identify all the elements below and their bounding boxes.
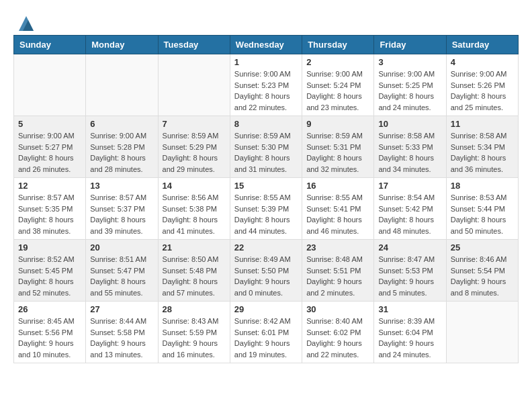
calendar-cell: 22Sunrise: 8:49 AMSunset: 5:50 PMDayligh… bbox=[230, 240, 302, 302]
weekday-header-sunday: Sunday bbox=[14, 36, 86, 54]
day-info: Sunrise: 9:00 AMSunset: 5:27 PMDaylight:… bbox=[18, 130, 81, 175]
day-info: Sunrise: 8:53 AMSunset: 5:44 PMDaylight:… bbox=[451, 192, 514, 236]
calendar-cell: 12Sunrise: 8:57 AMSunset: 5:35 PMDayligh… bbox=[14, 178, 86, 240]
day-number: 8 bbox=[234, 119, 298, 129]
day-info: Sunrise: 9:00 AMSunset: 5:28 PMDaylight:… bbox=[90, 130, 153, 175]
day-number: 6 bbox=[90, 119, 153, 129]
day-info: Sunrise: 8:57 AMSunset: 5:35 PMDaylight:… bbox=[18, 192, 81, 236]
calendar-cell: 21Sunrise: 8:50 AMSunset: 5:48 PMDayligh… bbox=[158, 240, 230, 302]
calendar-cell: 29Sunrise: 8:42 AMSunset: 6:01 PMDayligh… bbox=[230, 302, 302, 363]
calendar-cell: 10Sunrise: 8:58 AMSunset: 5:33 PMDayligh… bbox=[374, 116, 446, 178]
calendar-table: SundayMondayTuesdayWednesdayThursdayFrid… bbox=[13, 35, 519, 363]
day-number: 31 bbox=[378, 304, 441, 314]
day-number: 22 bbox=[234, 242, 298, 253]
calendar-cell: 9Sunrise: 8:59 AMSunset: 5:31 PMDaylight… bbox=[302, 116, 374, 178]
calendar-week-row: 5Sunrise: 9:00 AMSunset: 5:27 PMDaylight… bbox=[14, 116, 519, 178]
day-number: 15 bbox=[234, 181, 298, 191]
day-info: Sunrise: 8:58 AMSunset: 5:33 PMDaylight:… bbox=[378, 130, 441, 175]
day-number: 18 bbox=[451, 181, 514, 191]
calendar-week-row: 19Sunrise: 8:52 AMSunset: 5:45 PMDayligh… bbox=[14, 240, 519, 302]
calendar-cell: 2Sunrise: 9:00 AMSunset: 5:24 PMDaylight… bbox=[302, 54, 374, 116]
day-info: Sunrise: 8:59 AMSunset: 5:31 PMDaylight:… bbox=[306, 130, 369, 175]
weekday-header-wednesday: Wednesday bbox=[230, 36, 302, 54]
day-info: Sunrise: 8:59 AMSunset: 5:30 PMDaylight:… bbox=[234, 130, 298, 175]
day-info: Sunrise: 8:39 AMSunset: 6:04 PMDaylight:… bbox=[378, 316, 441, 360]
day-info: Sunrise: 8:56 AMSunset: 5:38 PMDaylight:… bbox=[163, 192, 226, 236]
weekday-header-monday: Monday bbox=[86, 36, 158, 54]
day-info: Sunrise: 8:59 AMSunset: 5:29 PMDaylight:… bbox=[163, 130, 226, 175]
day-info: Sunrise: 8:58 AMSunset: 5:34 PMDaylight:… bbox=[451, 130, 514, 175]
day-number: 3 bbox=[378, 57, 441, 67]
day-number: 14 bbox=[163, 181, 226, 191]
weekday-header-row: SundayMondayTuesdayWednesdayThursdayFrid… bbox=[14, 36, 519, 54]
day-info: Sunrise: 8:47 AMSunset: 5:53 PMDaylight:… bbox=[378, 254, 441, 298]
day-number: 20 bbox=[90, 242, 153, 253]
calendar-cell: 28Sunrise: 8:43 AMSunset: 5:59 PMDayligh… bbox=[158, 302, 230, 363]
logo bbox=[13, 13, 36, 28]
weekday-header-tuesday: Tuesday bbox=[158, 36, 230, 54]
weekday-header-saturday: Saturday bbox=[446, 36, 518, 54]
day-number: 1 bbox=[234, 57, 298, 67]
day-number: 9 bbox=[306, 119, 369, 129]
page-header bbox=[13, 13, 519, 28]
calendar-cell: 7Sunrise: 8:59 AMSunset: 5:29 PMDaylight… bbox=[158, 116, 230, 178]
calendar-week-row: 26Sunrise: 8:45 AMSunset: 5:56 PMDayligh… bbox=[14, 302, 519, 363]
day-info: Sunrise: 9:00 AMSunset: 5:26 PMDaylight:… bbox=[451, 68, 514, 113]
day-info: Sunrise: 8:55 AMSunset: 5:41 PMDaylight:… bbox=[306, 192, 369, 236]
day-info: Sunrise: 8:51 AMSunset: 5:47 PMDaylight:… bbox=[90, 254, 153, 298]
day-info: Sunrise: 8:40 AMSunset: 6:02 PMDaylight:… bbox=[306, 316, 369, 360]
day-info: Sunrise: 8:49 AMSunset: 5:50 PMDaylight:… bbox=[234, 254, 298, 298]
day-info: Sunrise: 8:52 AMSunset: 5:45 PMDaylight:… bbox=[18, 254, 81, 298]
calendar-cell: 24Sunrise: 8:47 AMSunset: 5:53 PMDayligh… bbox=[374, 240, 446, 302]
calendar-cell bbox=[86, 54, 158, 116]
calendar-cell: 3Sunrise: 9:00 AMSunset: 5:25 PMDaylight… bbox=[374, 54, 446, 116]
day-info: Sunrise: 8:48 AMSunset: 5:51 PMDaylight:… bbox=[306, 254, 369, 298]
calendar-cell: 5Sunrise: 9:00 AMSunset: 5:27 PMDaylight… bbox=[14, 116, 86, 178]
day-info: Sunrise: 8:46 AMSunset: 5:54 PMDaylight:… bbox=[451, 254, 514, 298]
day-info: Sunrise: 8:50 AMSunset: 5:48 PMDaylight:… bbox=[163, 254, 226, 298]
calendar-cell: 20Sunrise: 8:51 AMSunset: 5:47 PMDayligh… bbox=[86, 240, 158, 302]
day-number: 12 bbox=[18, 181, 81, 191]
calendar-cell: 18Sunrise: 8:53 AMSunset: 5:44 PMDayligh… bbox=[446, 178, 518, 240]
day-number: 19 bbox=[18, 242, 81, 253]
calendar-cell: 19Sunrise: 8:52 AMSunset: 5:45 PMDayligh… bbox=[14, 240, 86, 302]
calendar-cell bbox=[158, 54, 230, 116]
calendar-cell: 8Sunrise: 8:59 AMSunset: 5:30 PMDaylight… bbox=[230, 116, 302, 178]
day-info: Sunrise: 9:00 AMSunset: 5:23 PMDaylight:… bbox=[234, 68, 298, 113]
logo-icon bbox=[16, 13, 36, 34]
calendar-cell bbox=[14, 54, 86, 116]
day-number: 23 bbox=[306, 242, 369, 253]
day-number: 7 bbox=[163, 119, 226, 129]
day-info: Sunrise: 8:54 AMSunset: 5:42 PMDaylight:… bbox=[378, 192, 441, 236]
day-info: Sunrise: 9:00 AMSunset: 5:24 PMDaylight:… bbox=[306, 68, 369, 113]
calendar-cell: 30Sunrise: 8:40 AMSunset: 6:02 PMDayligh… bbox=[302, 302, 374, 363]
day-number: 27 bbox=[90, 304, 153, 314]
day-info: Sunrise: 8:55 AMSunset: 5:39 PMDaylight:… bbox=[234, 192, 298, 236]
weekday-header-friday: Friday bbox=[374, 36, 446, 54]
day-number: 13 bbox=[90, 181, 153, 191]
day-info: Sunrise: 8:45 AMSunset: 5:56 PMDaylight:… bbox=[18, 316, 81, 360]
day-number: 30 bbox=[306, 304, 369, 314]
day-number: 4 bbox=[451, 57, 514, 67]
day-number: 10 bbox=[378, 119, 441, 129]
day-number: 25 bbox=[451, 242, 514, 253]
day-number: 28 bbox=[163, 304, 226, 314]
calendar-week-row: 1Sunrise: 9:00 AMSunset: 5:23 PMDaylight… bbox=[14, 54, 519, 116]
day-number: 29 bbox=[234, 304, 298, 314]
calendar-cell: 1Sunrise: 9:00 AMSunset: 5:23 PMDaylight… bbox=[230, 54, 302, 116]
day-number: 21 bbox=[163, 242, 226, 253]
day-info: Sunrise: 9:00 AMSunset: 5:25 PMDaylight:… bbox=[378, 68, 441, 113]
calendar-cell: 11Sunrise: 8:58 AMSunset: 5:34 PMDayligh… bbox=[446, 116, 518, 178]
day-number: 5 bbox=[18, 119, 81, 129]
calendar-cell: 17Sunrise: 8:54 AMSunset: 5:42 PMDayligh… bbox=[374, 178, 446, 240]
day-number: 26 bbox=[18, 304, 81, 314]
day-info: Sunrise: 8:57 AMSunset: 5:37 PMDaylight:… bbox=[90, 192, 153, 236]
day-number: 16 bbox=[306, 181, 369, 191]
calendar-cell bbox=[446, 302, 518, 363]
calendar-cell: 31Sunrise: 8:39 AMSunset: 6:04 PMDayligh… bbox=[374, 302, 446, 363]
day-number: 24 bbox=[378, 242, 441, 253]
calendar-cell: 14Sunrise: 8:56 AMSunset: 5:38 PMDayligh… bbox=[158, 178, 230, 240]
calendar-cell: 26Sunrise: 8:45 AMSunset: 5:56 PMDayligh… bbox=[14, 302, 86, 363]
day-info: Sunrise: 8:43 AMSunset: 5:59 PMDaylight:… bbox=[163, 316, 226, 360]
calendar-cell: 23Sunrise: 8:48 AMSunset: 5:51 PMDayligh… bbox=[302, 240, 374, 302]
